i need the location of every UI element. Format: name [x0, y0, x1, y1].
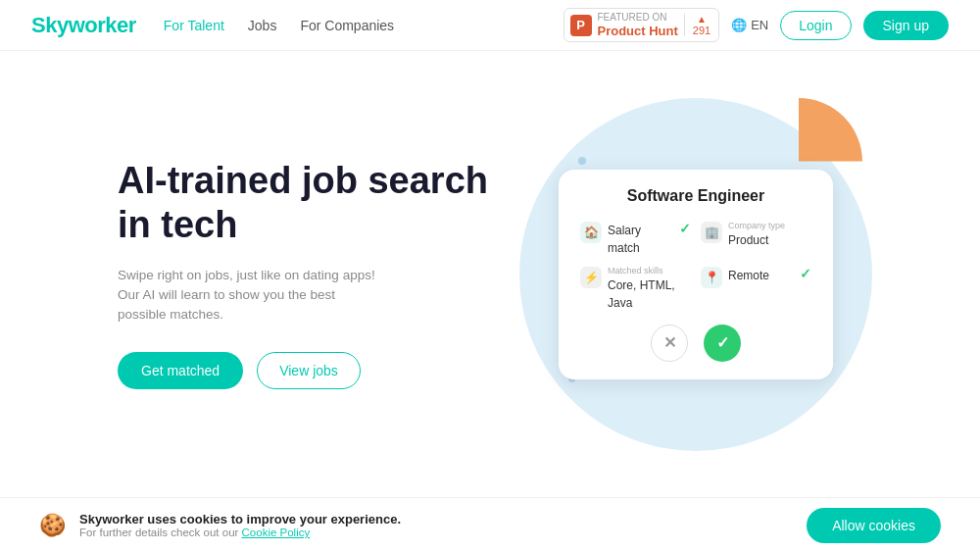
- product-hunt-votes: ▲ 291: [684, 14, 710, 36]
- job-card: Software Engineer 🏠 Salary match ✓ 🏢: [559, 170, 833, 379]
- reject-icon: ✕: [663, 333, 676, 352]
- cookie-title: Skyworker uses cookies to improve your e…: [79, 512, 793, 527]
- dot-decoration-1: [578, 157, 586, 165]
- remote-info: Remote: [728, 266, 794, 283]
- main-content: AI-trained job search in tech Swipe righ…: [0, 51, 980, 497]
- accept-icon: ✓: [716, 333, 729, 352]
- salary-icon: 🏠: [580, 222, 602, 243]
- product-hunt-count: 291: [693, 25, 710, 36]
- cookie-subtitle: For further details check out our Cookie…: [79, 527, 793, 538]
- location-icon: 📍: [701, 267, 722, 288]
- logo: Skyworker: [31, 13, 136, 38]
- card-actions: ✕ ✓: [580, 325, 811, 362]
- accept-button[interactable]: ✓: [704, 325, 741, 362]
- job-card-title: Software Engineer: [580, 187, 811, 205]
- salary-label: Salary match: [608, 224, 641, 255]
- logo-sky: Sky: [31, 13, 69, 37]
- hero-text: AI-trained job search in tech Swipe righ…: [118, 159, 490, 390]
- cookie-icon: 🍪: [39, 513, 66, 538]
- cookie-subtitle-text: For further details check out our: [79, 527, 242, 538]
- company-type-item: 🏢 Company type Product: [701, 221, 811, 256]
- language-label: EN: [751, 18, 768, 32]
- remote-label: Remote: [728, 269, 769, 282]
- nav-for-companies[interactable]: For Companies: [300, 18, 394, 33]
- hero-buttons: Get matched View jobs: [118, 352, 490, 389]
- job-card-details: 🏠 Salary match ✓ 🏢 Company type Product: [580, 221, 811, 311]
- skills-label: Matched skills: [608, 266, 691, 276]
- hero-subtitle: Swipe right on jobs, just like on dating…: [118, 266, 382, 326]
- salary-match-item: 🏠 Salary match ✓: [580, 221, 691, 256]
- view-jobs-button[interactable]: View jobs: [257, 352, 361, 389]
- remote-check: ✓: [800, 266, 811, 281]
- product-hunt-info: FEATURED ON Product Hunt: [598, 12, 678, 38]
- company-type-value: Product: [728, 233, 768, 247]
- skills-item: ⚡ Matched skills Core, HTML, Java: [580, 266, 691, 311]
- product-hunt-icon: P: [570, 15, 592, 36]
- skills-info: Matched skills Core, HTML, Java: [608, 266, 691, 311]
- salary-check: ✓: [679, 221, 691, 236]
- hero-illustration: Software Engineer 🏠 Salary match ✓ 🏢: [490, 51, 902, 497]
- logo-worker: worker: [69, 13, 136, 37]
- nav-right: P FEATURED ON Product Hunt ▲ 291 🌐 EN Lo…: [564, 8, 950, 42]
- company-info: Company type Product: [728, 221, 811, 248]
- remote-item: 📍 Remote ✓: [701, 266, 811, 311]
- nav-for-talent[interactable]: For Talent: [164, 18, 224, 33]
- get-matched-button[interactable]: Get matched: [118, 352, 243, 389]
- signup-button[interactable]: Sign up: [863, 11, 949, 40]
- cookie-policy-link[interactable]: Cookie Policy: [242, 527, 311, 538]
- navbar: Skyworker For Talent Jobs For Companies …: [0, 0, 980, 51]
- nav-links: For Talent Jobs For Companies: [164, 18, 394, 33]
- company-type-label: Company type: [728, 221, 811, 230]
- product-hunt-badge[interactable]: P FEATURED ON Product Hunt ▲ 291: [564, 8, 720, 42]
- cookie-text: Skyworker uses cookies to improve your e…: [79, 512, 793, 538]
- skills-icon: ⚡: [580, 267, 602, 288]
- globe-icon: 🌐: [731, 18, 747, 32]
- hero-title: AI-trained job search in tech: [118, 159, 490, 248]
- language-selector[interactable]: 🌐 EN: [731, 18, 768, 32]
- skills-value: Core, HTML, Java: [608, 278, 675, 310]
- circle-background: Software Engineer 🏠 Salary match ✓ 🏢: [519, 98, 872, 451]
- allow-cookies-button[interactable]: Allow cookies: [807, 508, 941, 543]
- company-icon: 🏢: [701, 222, 722, 243]
- salary-info: Salary match: [608, 221, 673, 256]
- cookie-banner: 🍪 Skyworker uses cookies to improve your…: [0, 497, 980, 552]
- nav-jobs[interactable]: Jobs: [248, 18, 277, 33]
- product-hunt-arrow: ▲: [697, 14, 707, 25]
- reject-button[interactable]: ✕: [651, 325, 688, 362]
- login-button[interactable]: Login: [780, 11, 851, 40]
- product-hunt-name: Product Hunt: [598, 24, 678, 38]
- product-hunt-featured: FEATURED ON: [598, 12, 678, 24]
